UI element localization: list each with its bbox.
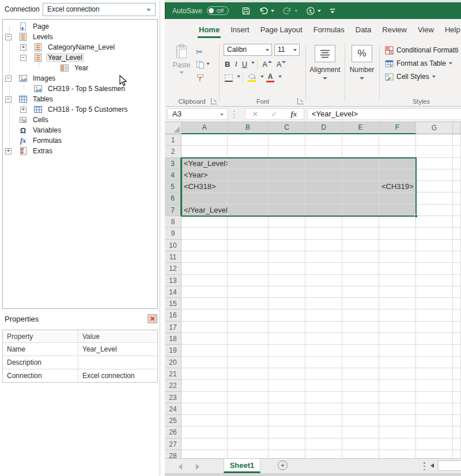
grid-cell-D20[interactable] xyxy=(305,357,342,368)
column-header-B[interactable]: B xyxy=(228,122,269,134)
grid-cell-B27[interactable] xyxy=(228,439,269,450)
grid-cell-A21[interactable] xyxy=(182,368,228,380)
grid-cell-F14[interactable] xyxy=(379,286,416,298)
row-header-13[interactable]: 13 xyxy=(165,275,182,286)
grid-cell-F17[interactable] xyxy=(379,322,416,333)
grid-cell-H25[interactable] xyxy=(453,415,461,426)
grid-cell-E9[interactable] xyxy=(342,228,379,239)
grid-cell-B3[interactable] xyxy=(228,158,269,169)
grid-cell-A10[interactable] xyxy=(182,240,228,251)
collapse-icon[interactable]: − xyxy=(20,55,27,61)
grid-cell-E14[interactable] xyxy=(342,286,379,298)
row-header-19[interactable]: 19 xyxy=(165,345,182,356)
row-header-22[interactable]: 22 xyxy=(165,380,182,391)
tab-review[interactable]: Review xyxy=(382,19,407,40)
grid-cell-C16[interactable] xyxy=(269,309,305,321)
tree-item-page[interactable]: Page xyxy=(3,21,157,32)
grid-cell-G22[interactable] xyxy=(416,380,453,391)
tab-formulas[interactable]: Formulas xyxy=(313,19,345,40)
grid-cell-C13[interactable] xyxy=(269,275,305,286)
grid-cell-H9[interactable] xyxy=(453,228,461,239)
grid-cell-E17[interactable] xyxy=(342,322,379,333)
grid-cell-C24[interactable] xyxy=(269,403,305,415)
grid-cell-A11[interactable] xyxy=(182,251,228,263)
alignment-button[interactable]: Alignment xyxy=(305,45,345,80)
grid-cell-A2[interactable] xyxy=(182,146,228,157)
save-button[interactable] xyxy=(241,6,251,16)
grid-cell-C19[interactable] xyxy=(269,345,305,356)
fill-handle[interactable] xyxy=(414,214,418,218)
tree-item-formulas[interactable]: fxFormulas xyxy=(3,135,157,146)
fill-color-button[interactable] xyxy=(245,74,259,82)
grid-cell-B23[interactable] xyxy=(228,392,269,403)
font-color-dropdown-icon[interactable] xyxy=(278,75,282,78)
grid-cell-D24[interactable] xyxy=(305,403,342,415)
confirm-entry-button[interactable]: ✓ xyxy=(271,110,277,118)
grid-cell-A4[interactable]: <Year> xyxy=(182,169,228,181)
sheet-tab[interactable]: Sheet1 xyxy=(224,459,260,473)
underline-dropdown-icon[interactable] xyxy=(251,62,255,64)
grid-cell-H23[interactable] xyxy=(453,392,461,403)
collapse-icon[interactable]: − xyxy=(5,96,12,103)
grid-cell-F16[interactable] xyxy=(379,309,416,321)
grid-cell-C4[interactable] xyxy=(269,169,305,181)
grid-cell-E25[interactable] xyxy=(342,415,379,426)
grid-cell-C17[interactable] xyxy=(269,322,305,333)
grid-cell-C10[interactable] xyxy=(269,240,305,251)
grid-cell-E3[interactable] xyxy=(342,158,379,169)
grid-cell-A7[interactable]: </Year_Level> xyxy=(182,205,228,216)
row-header-23[interactable]: 23 xyxy=(165,392,182,403)
copy-button[interactable] xyxy=(196,58,216,71)
grid-cell-B15[interactable] xyxy=(228,298,269,309)
row-header-18[interactable]: 18 xyxy=(165,333,182,345)
grid-cell-H18[interactable] xyxy=(453,333,461,345)
grid-cell-F23[interactable] xyxy=(379,392,416,403)
grid-cell-H24[interactable] xyxy=(453,403,461,415)
row-header-27[interactable]: 27 xyxy=(165,439,182,450)
grid-cell-C6[interactable] xyxy=(269,192,305,204)
grid-cell-B10[interactable] xyxy=(228,240,269,251)
grid-cell-E16[interactable] xyxy=(342,309,379,321)
grid-cell-B25[interactable] xyxy=(228,415,269,426)
grid-cell-A28[interactable] xyxy=(182,450,228,458)
grid-cell-G23[interactable] xyxy=(416,392,453,403)
grid-cell-C11[interactable] xyxy=(269,251,305,263)
grid-cell-D17[interactable] xyxy=(305,322,342,333)
grid-cell-D28[interactable] xyxy=(305,450,342,458)
redo-button[interactable] xyxy=(282,6,298,15)
formula-input[interactable]: <Year_Level> xyxy=(307,108,461,120)
grid-cell-H27[interactable] xyxy=(453,439,461,450)
tree-item-year[interactable]: Year xyxy=(3,63,157,73)
grid-cell-D10[interactable] xyxy=(305,240,342,251)
grid-cell-B22[interactable] xyxy=(228,380,269,391)
grid-cell-D4[interactable] xyxy=(305,169,342,181)
grid-cell-G20[interactable] xyxy=(416,357,453,368)
property-row-description[interactable]: Description xyxy=(3,356,157,369)
grid-cell-E28[interactable] xyxy=(342,450,379,458)
grid-cell-A3[interactable]: <Year_Level> xyxy=(182,158,228,169)
row-header-3[interactable]: 3 xyxy=(165,158,182,169)
grid-cell-E21[interactable] xyxy=(342,368,379,380)
row-header-14[interactable]: 14 xyxy=(165,286,182,298)
font-size-combobox[interactable]: 11 xyxy=(274,44,300,56)
tab-help[interactable]: Help xyxy=(445,19,460,40)
grid-cell-B8[interactable] xyxy=(228,216,269,228)
grid-cell-D11[interactable] xyxy=(305,251,342,263)
grid-cell-D21[interactable] xyxy=(305,368,342,380)
grid-cell-H22[interactable] xyxy=(453,380,461,391)
grid-cell-B17[interactable] xyxy=(228,322,269,333)
grid-cell-G7[interactable] xyxy=(416,205,453,216)
autosave-toggle[interactable]: Off xyxy=(207,6,229,15)
grid-cell-E8[interactable] xyxy=(342,216,379,228)
collapse-icon[interactable]: − xyxy=(5,34,12,40)
grid-cell-D26[interactable] xyxy=(305,426,342,438)
row-header-20[interactable]: 20 xyxy=(165,357,182,368)
grid-cell-F15[interactable] xyxy=(379,298,416,309)
grid-cell-F22[interactable] xyxy=(379,380,416,391)
grid-cell-D27[interactable] xyxy=(305,439,342,450)
grid-cell-F7[interactable] xyxy=(379,205,416,216)
grid-cell-H19[interactable] xyxy=(453,345,461,356)
grid-cell-E27[interactable] xyxy=(342,439,379,450)
grid-cell-D19[interactable] xyxy=(305,345,342,356)
grid-cell-B20[interactable] xyxy=(228,357,269,368)
